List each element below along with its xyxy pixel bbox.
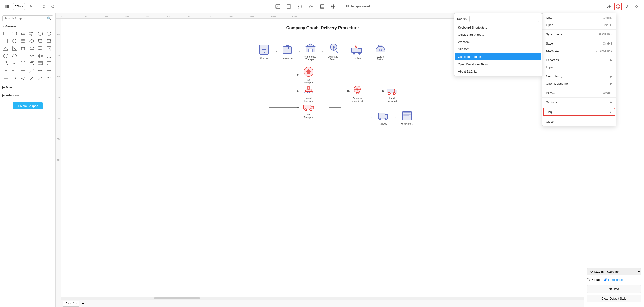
menu-open-library-from[interactable]: Open Library from ▶ (542, 80, 616, 87)
add-page-button[interactable]: + (80, 301, 86, 306)
shape-curved-line[interactable] (20, 75, 26, 81)
undo-button[interactable] (40, 3, 48, 10)
sidebar-toggle-button[interactable] (4, 3, 11, 10)
help-dev-tools[interactable]: Open Developer Tools (454, 61, 542, 68)
note-tool-button[interactable] (296, 3, 304, 10)
menu-new-library[interactable]: New Library ▶ (542, 73, 616, 80)
menu-sep-6 (542, 97, 616, 98)
help-search-input[interactable] (469, 16, 539, 22)
theme-button[interactable] (633, 3, 640, 10)
shape-hexagon[interactable] (2, 53, 9, 59)
shape-rectangle[interactable] (2, 30, 9, 37)
freehand-button[interactable] (308, 3, 315, 10)
shape-double-arrow[interactable] (37, 68, 44, 74)
shape-callout[interactable] (46, 60, 52, 67)
menu-export-as[interactable]: Export as ▶ (542, 56, 616, 64)
shape-database[interactable] (20, 38, 26, 44)
shape-cross[interactable] (37, 53, 44, 59)
page-tab-1[interactable]: Page-1 ▾ (63, 300, 79, 306)
help-support[interactable]: Support... (454, 46, 542, 53)
section-misc[interactable]: ▶ Misc (0, 84, 55, 90)
edit-data-button[interactable]: Edit Data... (587, 285, 641, 293)
menu-open[interactable]: Open... Cmd+O (542, 21, 616, 29)
shape-arc[interactable] (11, 60, 18, 67)
menu-import-label: Import... (546, 65, 557, 69)
shape-arrow-line[interactable] (11, 75, 18, 81)
menu-new[interactable]: New... Cmd+N (542, 14, 616, 21)
search-box[interactable]: 🔍 (2, 15, 53, 21)
help-about[interactable]: About 21.2.8... (454, 68, 542, 75)
node-dest-search: DestinationSearch (326, 43, 342, 61)
fit-page-button[interactable] (27, 3, 34, 10)
menu-sep-2 (542, 39, 616, 39)
landscape-radio[interactable] (604, 278, 607, 281)
menu-close[interactable]: Close (542, 118, 616, 125)
text-tool-button[interactable]: A (274, 3, 282, 10)
shape-parallelogram[interactable] (37, 38, 44, 44)
scrollbar-horizontal[interactable] (61, 297, 584, 299)
menu-save-as[interactable]: Save As... Cmd+Shift+S (542, 47, 616, 54)
shape-ellipse[interactable] (37, 30, 44, 37)
shape-flag[interactable] (46, 45, 52, 52)
shape-wave[interactable] (28, 53, 35, 59)
clear-style-button[interactable]: Clear Default Style (587, 295, 641, 302)
shape-rounded-rect[interactable] (11, 30, 18, 37)
shape-bracket[interactable] (20, 60, 26, 67)
add-tool-button[interactable] (330, 3, 337, 10)
more-shapes-button[interactable]: + More Shapes (13, 102, 42, 109)
tools-button[interactable] (624, 3, 631, 10)
help-check-updates[interactable]: Check for updates (455, 53, 541, 60)
search-input[interactable] (4, 17, 47, 20)
shape-person[interactable] (2, 60, 9, 67)
shape-right-triangle[interactable] (11, 45, 18, 52)
shape-circle[interactable] (46, 30, 52, 37)
shape-list[interactable]: List Item (37, 60, 44, 67)
shape-arrow-e[interactable] (46, 75, 52, 81)
section-general[interactable]: ▾ General (0, 23, 55, 30)
portrait-radio[interactable] (587, 278, 590, 281)
menu-help[interactable]: Help ▶ (543, 108, 615, 116)
share-button[interactable] (605, 3, 612, 10)
shape-diamond[interactable] (28, 38, 35, 44)
shape-diagonal-line[interactable] (28, 68, 35, 74)
table-tool-button[interactable] (318, 3, 326, 10)
shape-square[interactable] (2, 38, 9, 44)
shape-dashed-line[interactable] (2, 68, 9, 74)
shape-trapezoid[interactable] (46, 38, 52, 44)
shape-text[interactable]: Text (20, 30, 26, 37)
shape-thick-line[interactable] (2, 75, 9, 81)
section-advanced[interactable]: ▶ Advanced (0, 92, 55, 99)
help-keyboard-shortcuts[interactable]: Keyboard Shortcuts... (454, 24, 542, 31)
shape-cylinder[interactable] (20, 45, 26, 52)
shape-diagonal-arrow[interactable] (28, 75, 35, 81)
shape-cube[interactable] (28, 60, 35, 67)
shape-dotted-line[interactable] (11, 68, 18, 74)
menu-print[interactable]: Print... Cmd+P (542, 89, 616, 97)
landscape-option[interactable]: Landscape (604, 278, 623, 281)
search-icon[interactable]: 🔍 (47, 17, 51, 20)
portrait-option[interactable]: Portrait (587, 278, 600, 281)
shape-circle2[interactable] (11, 38, 18, 44)
shape-pentagon[interactable] (11, 53, 18, 59)
menu-save[interactable]: Save Cmd+S (542, 40, 616, 47)
help-quick-start[interactable]: Quick Start Video... (454, 31, 542, 38)
help-website[interactable]: Website... (454, 38, 542, 46)
menu-synchronize[interactable]: Synchronize Alt+Shift+S (542, 31, 616, 38)
shape-triangle[interactable] (2, 45, 9, 52)
shape-comment[interactable] (37, 45, 44, 52)
zoom-control[interactable]: 75% ▾ (13, 3, 25, 10)
shape-step[interactable] (20, 53, 26, 59)
menu-settings[interactable]: Settings ▶ (542, 99, 616, 106)
shape-line[interactable] (20, 68, 26, 74)
shape-tool-button[interactable] (285, 3, 292, 10)
shape-cloud[interactable] (28, 45, 35, 52)
shape-heading[interactable]: Heading (28, 30, 35, 37)
menu-import[interactable]: Import... (542, 64, 616, 71)
shape-document[interactable] (46, 53, 52, 59)
emoji-menu-button[interactable] (614, 3, 622, 10)
page-size-select[interactable]: A4 (210 mm x 297 mm) (587, 268, 641, 275)
shape-arrow-ne[interactable] (37, 75, 44, 81)
shape-arrow-right[interactable] (46, 68, 52, 74)
redo-button[interactable] (49, 3, 57, 10)
scrollbar-thumb[interactable] (154, 297, 200, 299)
